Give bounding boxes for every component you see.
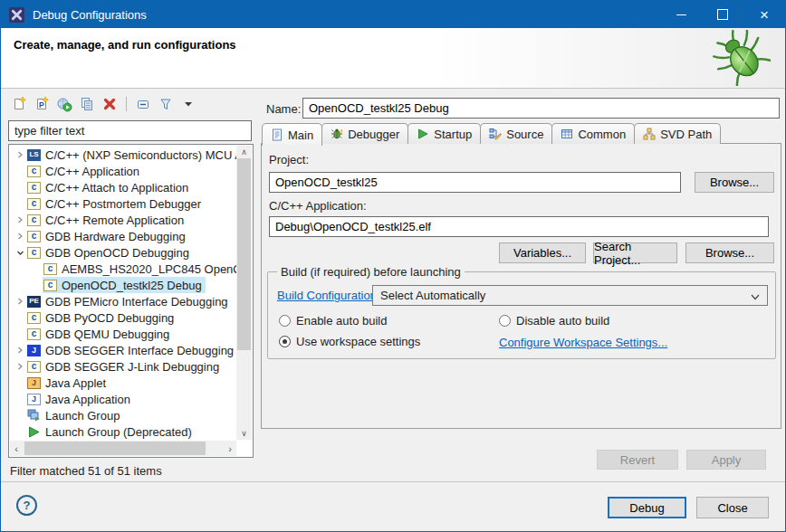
titlebar: Debug Configurations × (1, 1, 785, 28)
debug-button[interactable]: Debug (608, 497, 686, 518)
window-title: Debug Configurations (33, 8, 147, 22)
revert-button[interactable]: Revert (597, 450, 678, 470)
horizontal-scroll-thumb[interactable] (24, 442, 206, 455)
radio-checked-icon (279, 336, 291, 347)
tree-item-openocd-testkl25[interactable]: cOpenOCD_testkl25 Debug (10, 277, 236, 293)
expander-collapsed-icon[interactable] (14, 151, 26, 158)
new-launch-configuration-prototype-icon[interactable]: P (34, 96, 50, 112)
tree-item-gdb-pemicro[interactable]: PEGDB PEMicro Interface Debugging (10, 293, 236, 309)
maximize-icon (717, 9, 728, 20)
c-launch-type-icon: c (27, 231, 41, 242)
build-before-launch-group: Build (if required) before launching Bui… (267, 271, 776, 359)
cpp-application-input[interactable] (269, 216, 769, 237)
tree-item-java-applet[interactable]: JJava Applet (10, 375, 236, 391)
tree-viewport: LSC/C++ (NXP Semiconductors) MCU Ap cC/C… (10, 147, 236, 439)
build-configuration-link[interactable]: Build Configuration: (277, 289, 379, 302)
close-button[interactable]: Close (696, 497, 769, 518)
new-launch-configuration-icon[interactable] (11, 96, 27, 112)
tree-item-gdb-segger-jlink[interactable]: cGDB SEGGER J-Link Debugging (10, 358, 236, 375)
tab-common[interactable]: Common (551, 123, 635, 144)
launch-group-deprecated-icon (27, 426, 41, 438)
vertical-scroll-thumb[interactable] (237, 158, 251, 350)
tab-startup[interactable]: Startup (407, 123, 481, 144)
tree-item-mcu-application[interactable]: LSC/C++ (NXP Semiconductors) MCU Ap (10, 147, 236, 163)
configuration-tabs: Main Debugger Startup Source Common SVD … (262, 123, 720, 145)
tree-item-java-application[interactable]: JJava Application (10, 391, 236, 407)
tree-item-aembs-config[interactable]: cAEMBS_HS2020_LPC845 OpenOCD D (10, 261, 236, 277)
main-tab-content: Project: Browse... C/C++ Application: Va… (261, 143, 781, 429)
tab-svd-path[interactable]: SVD Path (634, 123, 721, 144)
scroll-right-icon[interactable]: › (224, 441, 236, 456)
tree-item-gdb-segger-interface[interactable]: JGDB SEGGER Interface Debugging (10, 342, 236, 358)
tree-item-cpp-remote[interactable]: cC/C++ Remote Application (10, 212, 236, 228)
search-project-button[interactable]: Search Project... (593, 242, 677, 263)
tab-main[interactable]: Main (262, 123, 322, 146)
tree-item-cpp-postmortem[interactable]: cC/C++ Postmortem Debugger (10, 195, 236, 212)
tree-vertical-scrollbar[interactable]: ∧ ∨ (236, 146, 252, 440)
c-launch-type-icon: c (27, 214, 41, 226)
delete-launch-configuration-icon[interactable] (101, 96, 118, 112)
expander-collapsed-icon[interactable] (14, 233, 26, 240)
tree-horizontal-scrollbar[interactable]: ‹ › (10, 441, 236, 456)
help-button[interactable]: ? (16, 495, 37, 516)
disable-auto-build-radio[interactable]: Disable auto build (499, 314, 609, 328)
collapse-all-icon[interactable] (135, 96, 151, 112)
application-browse-button[interactable]: Browse... (685, 242, 774, 263)
tab-source[interactable]: Source (480, 123, 552, 144)
tree-item-cpp-application[interactable]: cC/C++ Application (10, 163, 236, 179)
expander-expanded-icon[interactable] (14, 249, 26, 257)
tree-item-gdb-pyocd[interactable]: cGDB PyOCD Debugging (10, 309, 236, 326)
pemicro-launch-type-icon: PE (27, 296, 41, 308)
minimize-button[interactable] (660, 1, 702, 28)
apply-button[interactable]: Apply (686, 450, 766, 470)
jlink-launch-type-icon: J (27, 345, 41, 356)
radio-unchecked-icon (499, 315, 511, 327)
tree-item-gdb-hardware[interactable]: cGDB Hardware Debugging (10, 228, 236, 244)
tab-debugger[interactable]: Debugger (321, 123, 408, 144)
c-launch-type-icon: c (27, 166, 41, 177)
debug-beetle-image (713, 30, 771, 86)
debugger-tab-icon (331, 128, 343, 140)
cpp-application-label: C/C++ Application: (269, 199, 367, 213)
project-browse-button[interactable]: Browse... (695, 172, 774, 193)
filter-menu-dropdown-icon[interactable] (180, 96, 196, 112)
scroll-down-icon[interactable]: ∨ (236, 427, 252, 440)
use-workspace-settings-radio[interactable]: Use workspace settings (279, 335, 420, 348)
name-label: Name: (266, 102, 301, 116)
expander-collapsed-icon[interactable] (14, 347, 26, 354)
enable-auto-build-radio[interactable]: Enable auto build (279, 314, 387, 328)
filter-input[interactable] (8, 120, 252, 141)
filter-match-status: Filter matched 51 of 51 items (10, 464, 162, 478)
duplicate-launch-configuration-icon[interactable] (79, 96, 95, 112)
close-window-button[interactable]: × (743, 1, 785, 28)
maximize-button[interactable] (702, 1, 743, 28)
source-tab-icon (489, 128, 502, 140)
tree-item-launch-group-deprecated[interactable]: Launch Group (Deprecated) (10, 423, 236, 439)
tree-item-gdb-qemu[interactable]: cGDB QEMU Debugging (10, 326, 236, 342)
expander-collapsed-icon[interactable] (14, 298, 26, 305)
export-launch-configurations-icon[interactable] (56, 96, 72, 112)
project-label: Project: (269, 153, 309, 166)
tree-item-launch-group[interactable]: Launch Group (10, 407, 236, 423)
scroll-left-icon[interactable]: ‹ (10, 441, 23, 456)
build-configuration-select[interactable]: Select Automatically (372, 285, 768, 306)
scroll-up-icon[interactable]: ∧ (236, 146, 252, 158)
c-launch-type-icon: c (27, 328, 41, 340)
c-launch-type-icon: c (27, 247, 41, 259)
project-input[interactable] (269, 172, 681, 193)
configure-workspace-settings-link[interactable]: Configure Workspace Settings... (499, 336, 667, 349)
expander-collapsed-icon[interactable] (14, 363, 26, 370)
filter-launch-configurations-icon[interactable] (158, 96, 174, 112)
mcu-launch-type-icon: LS (27, 149, 41, 161)
eclipse-app-icon (9, 7, 24, 23)
expander-collapsed-icon[interactable] (14, 216, 26, 223)
banner-title: Create, manage, and run configurations (14, 38, 236, 52)
name-input[interactable] (302, 98, 780, 119)
variables-button[interactable]: Variables... (499, 242, 586, 263)
chevron-down-icon (751, 293, 760, 302)
tree-item-gdb-openocd[interactable]: cGDB OpenOCD Debugging (10, 244, 236, 261)
tree-item-cpp-attach[interactable]: cC/C++ Attach to Application (10, 179, 236, 195)
c-launch-type-icon: c (27, 312, 41, 324)
radio-unchecked-icon (279, 315, 291, 327)
startup-tab-icon (417, 128, 429, 140)
